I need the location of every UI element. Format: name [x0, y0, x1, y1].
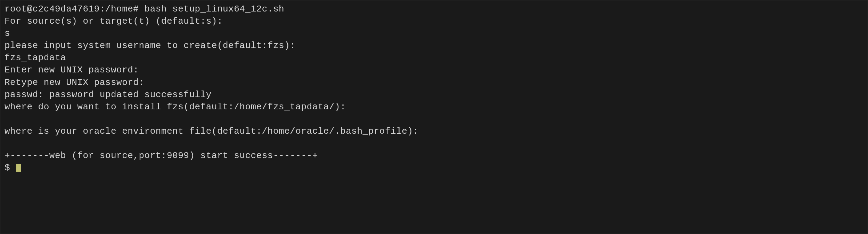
terminal-line: Enter new UNIX password:: [5, 64, 863, 76]
terminal-line: For source(s) or target(t) (default:s):: [5, 15, 863, 28]
terminal-line: s: [5, 28, 863, 40]
terminal-line: +-------web (for source,port:9099) start…: [5, 150, 863, 162]
terminal-blank-line: [5, 113, 863, 125]
terminal-line: please input system username to create(d…: [5, 40, 863, 52]
terminal-line: where do you want to install fzs(default…: [5, 101, 863, 113]
terminal-prompt-line: $: [5, 162, 863, 174]
terminal-line: passwd: password updated successfully: [5, 89, 863, 101]
prompt-symbol: $: [5, 163, 16, 173]
terminal-line: root@c2c49da47619:/home# bash setup_linu…: [5, 3, 863, 15]
terminal-line: where is your oracle environment file(de…: [5, 125, 863, 138]
cursor: [16, 164, 21, 172]
terminal-output[interactable]: root@c2c49da47619:/home# bash setup_linu…: [5, 3, 863, 174]
terminal-line: fzs_tapdata: [5, 52, 863, 64]
terminal-blank-line: [5, 138, 863, 150]
terminal-line: Retype new UNIX password:: [5, 77, 863, 89]
